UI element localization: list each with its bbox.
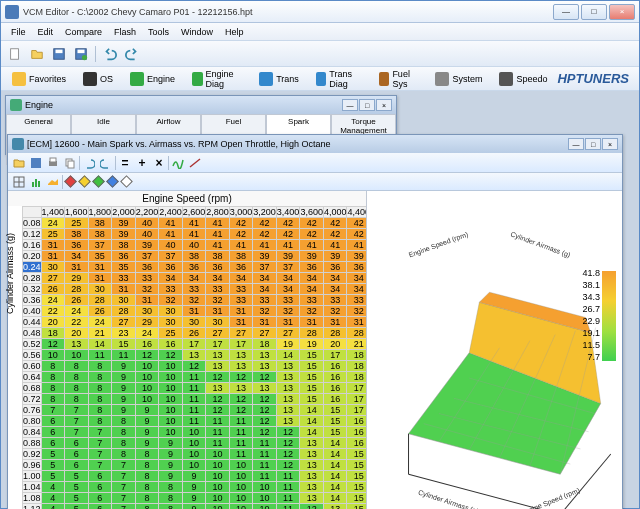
open-icon[interactable]: [27, 44, 47, 64]
titlebar: VCM Editor - C:\2002 Chevy Camaro P01 - …: [1, 1, 639, 23]
svg-rect-4: [78, 49, 85, 53]
smooth-icon[interactable]: [170, 155, 186, 171]
redo-icon[interactable]: [122, 44, 142, 64]
nav-engine-diag[interactable]: Engine Diag: [185, 66, 249, 92]
plus-icon[interactable]: +: [134, 155, 150, 171]
table-title: [ECM] 12600 - Main Spark vs. Airmass vs.…: [27, 139, 330, 149]
menu-edit[interactable]: Edit: [32, 27, 60, 37]
nav-system[interactable]: System: [428, 69, 489, 89]
trans-diag-icon: [316, 72, 326, 86]
engine-close-button[interactable]: ×: [376, 99, 392, 111]
nav-fuel-sys[interactable]: Fuel Sys: [372, 66, 425, 92]
table-titlebar: [ECM] 12600 - Main Spark vs. Airmass vs.…: [8, 135, 622, 153]
svg-rect-2: [56, 49, 63, 53]
menu-file[interactable]: File: [5, 27, 32, 37]
svg-rect-10: [68, 161, 74, 168]
menu-window[interactable]: Window: [175, 27, 219, 37]
svg-rect-0: [11, 48, 19, 59]
print-icon[interactable]: [45, 155, 61, 171]
undo-icon[interactable]: [100, 44, 120, 64]
new-icon[interactable]: [5, 44, 25, 64]
svg-rect-6: [31, 158, 41, 168]
table-toolbar2: [8, 173, 622, 191]
svg-rect-8: [50, 158, 56, 162]
app-icon: [5, 5, 19, 19]
table-content: Cylinder Airmass (g) Engine Speed (rpm) …: [8, 191, 622, 509]
favorites-icon: [12, 72, 26, 86]
red-marker-icon[interactable]: [64, 175, 77, 188]
close-button[interactable]: ×: [609, 4, 635, 20]
window-controls: — □ ×: [553, 4, 635, 20]
surface-panel[interactable]: Engine Speed (rpm) Cylinder Airmass (g) …: [366, 191, 622, 509]
engine-title: Engine: [25, 100, 53, 110]
nav-favorites[interactable]: Favorites: [5, 69, 73, 89]
save-icon[interactable]: [49, 44, 69, 64]
table-window: [ECM] 12600 - Main Spark vs. Airmass vs.…: [7, 134, 623, 509]
y-axis-label: Cylinder Airmass (g): [8, 233, 15, 314]
undo-icon[interactable]: [81, 155, 97, 171]
nav-os[interactable]: OS: [76, 69, 120, 89]
svg-rect-14: [32, 182, 34, 187]
svg-rect-15: [35, 179, 37, 187]
engine-icon: [130, 72, 144, 86]
table-min-button[interactable]: —: [568, 138, 584, 150]
svg-line-31: [560, 454, 611, 509]
copy-icon[interactable]: [62, 155, 78, 171]
menu-tools[interactable]: Tools: [142, 27, 175, 37]
mdi-area: Engine — □ × GeneralIdleAirflowFuelSpark…: [1, 91, 639, 508]
maximize-button[interactable]: □: [581, 4, 607, 20]
trans-icon: [259, 72, 273, 86]
equals-icon[interactable]: =: [117, 155, 133, 171]
data-grid[interactable]: 1,4001,6001,8002,0002,2002,4002,6002,800…: [22, 206, 366, 509]
fuel-sys-icon: [379, 72, 389, 86]
svg-point-5: [82, 54, 87, 59]
menu-help[interactable]: Help: [219, 27, 250, 37]
brand-logo: HPTUNERS: [557, 71, 629, 86]
menubar: FileEditCompareFlashToolsWindowHelp: [1, 23, 639, 41]
engine-min-button[interactable]: —: [342, 99, 358, 111]
main-toolbar: [1, 41, 639, 67]
table-toolbar1: = + ×: [8, 153, 622, 173]
nav-engine[interactable]: Engine: [123, 69, 182, 89]
interp-icon[interactable]: [187, 155, 203, 171]
os-icon: [83, 72, 97, 86]
grid-title: Engine Speed (rpm): [8, 191, 366, 206]
speedo-icon: [499, 72, 513, 86]
table-max-button[interactable]: □: [585, 138, 601, 150]
save-icon[interactable]: [28, 155, 44, 171]
engine-titlebar: Engine — □ ×: [6, 96, 396, 114]
grid-view-icon[interactable]: [11, 174, 27, 190]
colorbar-labels: 41.838.134.326.722.919.111.57.7: [582, 267, 600, 363]
nav-trans-diag[interactable]: Trans Diag: [309, 66, 369, 92]
times-icon[interactable]: ×: [151, 155, 167, 171]
grid-panel: Cylinder Airmass (g) Engine Speed (rpm) …: [8, 191, 366, 509]
yellow-marker-icon[interactable]: [78, 175, 91, 188]
engine-max-button[interactable]: □: [359, 99, 375, 111]
engine-diag-icon: [192, 72, 202, 86]
nav-trans[interactable]: Trans: [252, 69, 306, 89]
white-marker-icon[interactable]: [120, 175, 133, 188]
chart-view-icon[interactable]: [28, 174, 44, 190]
minimize-button[interactable]: —: [553, 4, 579, 20]
table-icon: [12, 138, 24, 150]
nav-speedo[interactable]: Speedo: [492, 69, 554, 89]
system-icon: [435, 72, 449, 86]
blue-marker-icon[interactable]: [106, 175, 119, 188]
engine-icon: [10, 99, 22, 111]
main-window: VCM Editor - C:\2002 Chevy Camaro P01 - …: [0, 0, 640, 509]
table-close-button[interactable]: ×: [602, 138, 618, 150]
svg-rect-16: [38, 181, 40, 187]
menu-compare[interactable]: Compare: [59, 27, 108, 37]
green-marker-icon[interactable]: [92, 175, 105, 188]
surface-view-icon[interactable]: [45, 174, 61, 190]
colorbar: [602, 271, 616, 361]
redo-icon[interactable]: [98, 155, 114, 171]
nav-toolbar: FavoritesOSEngineEngine DiagTransTrans D…: [1, 67, 639, 91]
open-icon[interactable]: [11, 155, 27, 171]
window-title: VCM Editor - C:\2002 Chevy Camaro P01 - …: [23, 7, 553, 17]
save-as-icon[interactable]: [71, 44, 91, 64]
menu-flash[interactable]: Flash: [108, 27, 142, 37]
